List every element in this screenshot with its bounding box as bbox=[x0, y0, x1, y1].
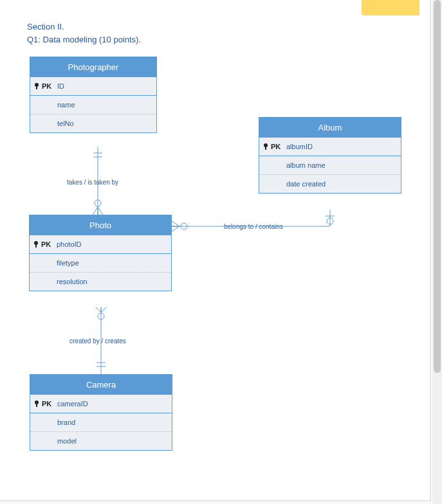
pk-marker: PK bbox=[263, 143, 284, 150]
pk-attr: ID bbox=[55, 82, 152, 90]
attr: filetype bbox=[54, 259, 167, 267]
pk-attr: cameraID bbox=[55, 400, 168, 408]
svg-rect-3 bbox=[35, 244, 37, 248]
svg-point-13 bbox=[98, 313, 104, 320]
pk-label: PK bbox=[271, 143, 281, 150]
pk-label: PK bbox=[42, 400, 51, 408]
svg-point-20 bbox=[327, 218, 333, 224]
attr: date created bbox=[284, 180, 397, 188]
entity-photographer-title: Photographer bbox=[30, 57, 156, 77]
section-heading: Section II. bbox=[27, 22, 64, 32]
key-icon bbox=[33, 240, 40, 248]
diagram-canvas: Section II. Q1: Data modeling (10 points… bbox=[0, 0, 431, 501]
svg-rect-5 bbox=[36, 404, 37, 407]
key-icon bbox=[34, 82, 41, 90]
entity-photo-title: Photo bbox=[30, 215, 171, 235]
scrollbar-track[interactable] bbox=[432, 0, 442, 504]
key-icon bbox=[34, 400, 41, 408]
svg-point-18 bbox=[181, 223, 187, 230]
attr: album name bbox=[284, 161, 397, 169]
entity-camera-title: Camera bbox=[30, 375, 172, 395]
svg-point-11 bbox=[95, 200, 101, 206]
svg-rect-1 bbox=[36, 86, 37, 89]
pk-label: PK bbox=[42, 82, 51, 90]
attr: resolution bbox=[54, 278, 167, 285]
rel-photo-camera: created by / creates bbox=[69, 338, 126, 345]
rel-photo-album: belongs to / contains bbox=[224, 223, 283, 230]
banner-partial[interactable] bbox=[362, 0, 419, 15]
attr: telNo bbox=[55, 120, 152, 127]
pk-marker: PK bbox=[34, 400, 55, 408]
pk-marker: PK bbox=[34, 82, 55, 90]
pk-attr: photoID bbox=[54, 240, 167, 248]
pk-label: PK bbox=[41, 240, 51, 248]
rel-photographer-photo: takes / is taken by bbox=[67, 179, 118, 186]
pk-attr: albumID bbox=[284, 143, 397, 150]
attr: model bbox=[55, 437, 168, 445]
entity-album-title: Album bbox=[259, 118, 401, 138]
entity-camera: Camera PK cameraID brand model bbox=[30, 374, 172, 451]
svg-rect-7 bbox=[265, 147, 266, 150]
question-heading: Q1: Data modeling (10 points). bbox=[27, 35, 141, 44]
pk-marker: PK bbox=[33, 240, 54, 248]
entity-photographer: Photographer PK ID name telNo bbox=[30, 57, 157, 133]
attr: name bbox=[55, 101, 152, 109]
entity-photo: Photo PK photoID filetype resolution bbox=[29, 215, 172, 291]
entity-album: Album PK albumID album name date created bbox=[259, 117, 401, 194]
scrollbar-thumb[interactable] bbox=[434, 0, 441, 373]
key-icon bbox=[263, 143, 270, 150]
attr: brand bbox=[55, 419, 168, 426]
